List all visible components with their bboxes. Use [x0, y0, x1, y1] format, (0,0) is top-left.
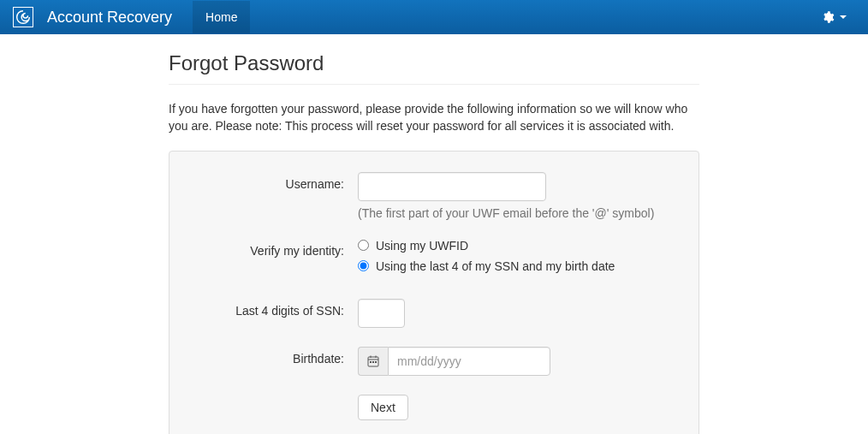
birthdate-label: Birthdate:: [187, 347, 358, 366]
title-divider: [169, 84, 699, 85]
svg-rect-6: [372, 361, 374, 363]
username-row: Username: (The first part of your UWF em…: [187, 172, 681, 220]
verify-option-uwfid[interactable]: Using my UWFID: [358, 239, 681, 253]
brand-title: Account Recovery: [47, 9, 172, 27]
main-container: Forgot Password If you have forgotten yo…: [169, 51, 699, 434]
svg-rect-5: [370, 361, 372, 363]
caret-down-icon: [840, 15, 847, 19]
verify-option-ssn-label: Using the last 4 of my SSN and my birth …: [376, 259, 615, 273]
svg-rect-7: [375, 361, 377, 363]
username-label: Username:: [187, 172, 358, 191]
navbar: Account Recovery Home: [0, 0, 868, 34]
birthdate-row: Birthdate:: [187, 347, 681, 376]
submit-row: Next: [187, 395, 681, 420]
ssn-input[interactable]: [358, 299, 405, 328]
calendar-addon[interactable]: [358, 347, 388, 376]
verify-option-uwfid-label: Using my UWFID: [376, 239, 468, 253]
verify-row: Verify my identity: Using my UWFID Using…: [187, 239, 681, 280]
form-panel: Username: (The first part of your UWF em…: [169, 151, 699, 434]
birthdate-input-group: [358, 347, 550, 376]
settings-dropdown[interactable]: [812, 10, 855, 24]
nav-home-link[interactable]: Home: [193, 1, 250, 33]
verify-label: Verify my identity:: [187, 239, 358, 258]
page-title: Forgot Password: [169, 51, 699, 75]
verify-radio-uwfid[interactable]: [358, 240, 369, 251]
verify-option-ssn[interactable]: Using the last 4 of my SSN and my birth …: [358, 259, 681, 273]
ssn-row: Last 4 digits of SSN:: [187, 299, 681, 328]
birthdate-input[interactable]: [388, 347, 550, 376]
verify-radio-ssn[interactable]: [358, 260, 369, 271]
gear-icon: [821, 10, 835, 24]
nautilus-icon: [14, 8, 33, 27]
ssn-label: Last 4 digits of SSN:: [187, 299, 358, 318]
brand-logo: [13, 7, 33, 27]
next-button[interactable]: Next: [358, 395, 408, 420]
username-help-text: (The first part of your UWF email before…: [358, 206, 681, 220]
username-input[interactable]: [358, 172, 546, 201]
calendar-icon: [367, 355, 379, 367]
intro-text: If you have forgotten your password, ple…: [169, 100, 699, 135]
